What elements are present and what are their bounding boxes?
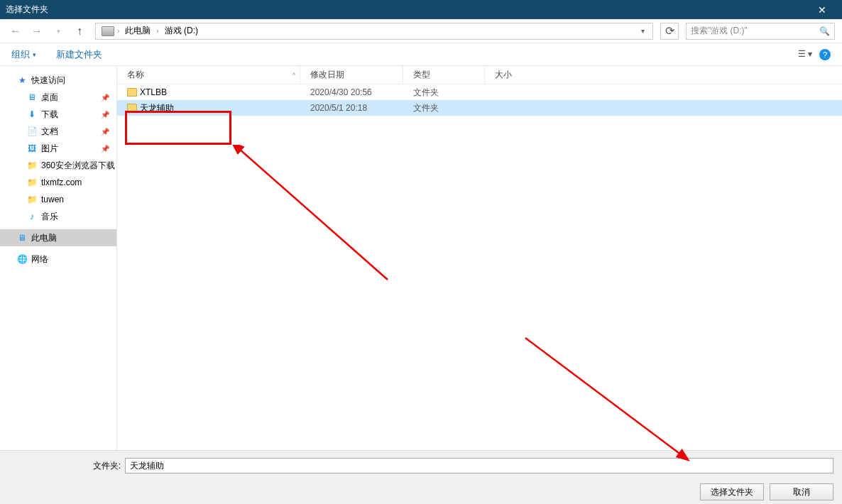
recent-dropdown[interactable]: ▾ [50,23,67,40]
folder-icon [127,88,137,97]
fold-icon: 📁 [27,177,37,187]
crumb-root[interactable]: 此电脑 [122,23,153,38]
sort-indicator-icon: ^ [292,72,295,79]
new-folder-button[interactable]: 新建文件夹 [56,48,102,61]
desktop-icon: 🖥 [27,92,37,102]
toolbar: 组织 ▾ 新建文件夹 ☰ ▾ ? [0,43,842,66]
sidebar-quick-access[interactable]: ★ 快速访问 [0,72,116,89]
navbar: ← → ▾ ↑ › 此电脑 › 游戏 (D:) ▾ ⟳ 搜索"游戏 (D:)" … [0,19,842,43]
sidebar-item[interactable]: ⬇下载📌 [0,106,116,123]
sidebar: ★ 快速访问 🖥桌面📌⬇下载📌📄文档📌🖼图片📌📁360安全浏览器下载📁tlxmf… [0,66,117,450]
footer: 文件夹: 选择文件夹 取消 [0,450,842,504]
pin-icon: 📌 [101,111,109,119]
search-input[interactable]: 搜索"游戏 (D:)" 🔍 [686,23,835,40]
folder-label: 文件夹: [9,460,121,472]
star-icon: ★ [17,75,27,85]
search-placeholder: 搜索"游戏 (D:)" [691,25,748,37]
view-options-button[interactable]: ☰ ▾ [798,49,812,60]
sidebar-item[interactable]: 📄文档📌 [0,123,116,140]
file-row[interactable]: XTLBB2020/4/30 20:56文件夹 [117,84,842,100]
breadcrumb-dropdown[interactable]: ▾ [635,27,650,35]
up-button[interactable]: ↑ [71,23,88,40]
pin-icon: 📌 [101,145,109,153]
folder-icon [127,104,137,112]
doc-icon: 📄 [27,126,37,136]
drive-icon [102,26,114,36]
sidebar-item[interactable]: ♪音乐 [0,208,116,225]
col-size[interactable]: 大小 [485,66,542,84]
pc-icon: 🖥 [17,233,27,243]
cancel-button[interactable]: 取消 [770,483,833,500]
file-list: 名称 ^ 修改日期 类型 大小 XTLBB2020/4/30 20:56文件夹天… [117,66,842,450]
pic-icon: 🖼 [27,143,37,153]
titlebar: 选择文件夹 ✕ [0,0,842,19]
sidebar-item[interactable]: 📁360安全浏览器下载 [0,157,116,174]
fold-icon: 📁 [27,160,37,170]
sidebar-network[interactable]: 🌐 网络 [0,251,116,268]
refresh-button[interactable]: ⟳ [660,23,679,40]
sidebar-item[interactable]: 🖥桌面📌 [0,89,116,106]
organize-button[interactable]: 组织 ▾ [11,48,36,61]
window-title: 选择文件夹 [6,4,808,16]
chevron-right-icon: › [156,27,158,35]
forward-button: → [28,23,45,40]
sidebar-item[interactable]: 📁tlxmfz.com [0,174,116,191]
down-icon: ⬇ [27,109,37,119]
col-type[interactable]: 类型 [403,66,485,84]
sidebar-item[interactable]: 🖼图片📌 [0,140,116,157]
fold-icon: 📁 [27,195,37,204]
crumb-current[interactable]: 游戏 (D:) [162,23,201,38]
folder-input[interactable] [125,458,833,473]
column-headers: 名称 ^ 修改日期 类型 大小 [117,66,842,84]
file-row[interactable]: 天龙辅助2020/5/1 20:18文件夹 [117,100,842,116]
chevron-right-icon: › [117,27,119,35]
col-name[interactable]: 名称 ^ [117,66,300,84]
col-date[interactable]: 修改日期 [300,66,403,84]
sidebar-item[interactable]: 📁tuwen [0,191,116,208]
search-icon: 🔍 [819,26,830,36]
close-icon[interactable]: ✕ [808,4,836,16]
network-icon: 🌐 [17,254,27,264]
sidebar-this-pc[interactable]: 🖥 此电脑 [0,229,116,246]
note-icon: ♪ [27,212,37,221]
pin-icon: 📌 [101,94,109,102]
pin-icon: 📌 [101,128,109,136]
select-folder-button[interactable]: 选择文件夹 [700,483,764,500]
back-button: ← [7,23,24,40]
breadcrumb[interactable]: › 此电脑 › 游戏 (D:) ▾ [95,23,653,40]
chevron-down-icon: ▾ [33,51,36,58]
help-icon[interactable]: ? [819,49,831,60]
